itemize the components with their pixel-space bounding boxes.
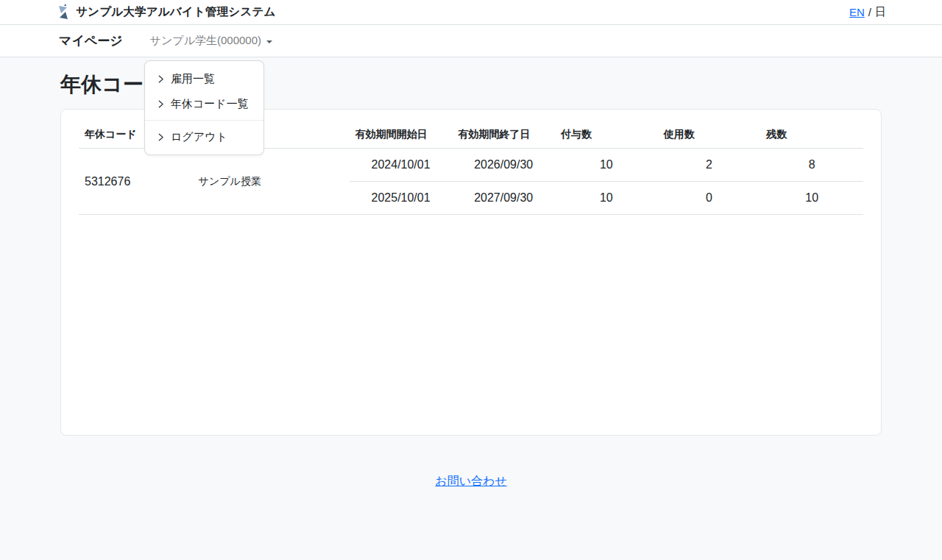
- lang-ja-current: 日: [875, 5, 886, 19]
- class-name-value: サンプル授業: [193, 149, 350, 215]
- menu-item-label: 雇用一覧: [171, 70, 215, 88]
- remaining-count: 8: [760, 149, 863, 182]
- column-header-remaining: 残数: [760, 121, 863, 149]
- menu-item-employment-list[interactable]: 雇用一覧: [145, 66, 263, 91]
- column-header-granted: 付与数: [555, 121, 658, 149]
- menu-item-label: 年休コード一覧: [171, 95, 249, 113]
- chevron-right-icon: [156, 99, 166, 109]
- contact-link[interactable]: お問い合わせ: [435, 475, 507, 487]
- menu-item-label: ログアウト: [171, 128, 227, 146]
- granted-count: 10: [555, 149, 658, 182]
- menu-divider: [145, 120, 263, 121]
- period-end: 2026/09/30: [452, 149, 555, 182]
- period-start: 2024/10/01: [350, 149, 453, 182]
- caret-down-icon: [266, 40, 272, 43]
- top-header: サンプル大学アルバイト管理システム EN / 日: [0, 0, 942, 25]
- app-logo-icon: [56, 4, 71, 21]
- menu-item-logout[interactable]: ログアウト: [145, 124, 263, 149]
- granted-count: 10: [555, 182, 658, 215]
- user-menu-label: サンプル学生(000000): [150, 34, 261, 48]
- language-switcher: EN / 日: [849, 5, 886, 19]
- period-start: 2025/10/01: [350, 182, 453, 215]
- brand: サンプル大学アルバイト管理システム: [56, 4, 276, 21]
- my-page-link[interactable]: マイページ: [59, 32, 123, 49]
- chevron-right-icon: [156, 74, 166, 84]
- user-menu-toggle[interactable]: サンプル学生(000000): [150, 34, 272, 48]
- user-dropdown-menu: 雇用一覧 年休コード一覧 ログアウト: [144, 60, 264, 155]
- chevron-right-icon: [156, 132, 166, 142]
- footer: お問い合わせ: [60, 474, 882, 489]
- leave-code-card: 年休コード 有効期間開始日 有効期間終了日 付与数 使用数 残数 5312676…: [60, 109, 882, 436]
- period-end: 2027/09/30: [452, 182, 555, 215]
- column-header-end: 有効期間終了日: [452, 121, 555, 149]
- main-navbar: マイページ サンプル学生(000000): [0, 25, 942, 57]
- menu-item-leave-code-list[interactable]: 年休コード一覧: [145, 91, 263, 116]
- leave-code-value: 5312676: [79, 149, 193, 215]
- lang-en-link[interactable]: EN: [849, 6, 865, 18]
- lang-separator: /: [868, 6, 871, 18]
- column-header-used: 使用数: [658, 121, 761, 149]
- remaining-count: 10: [760, 182, 863, 215]
- used-count: 2: [658, 149, 761, 182]
- app-title: サンプル大学アルバイト管理システム: [76, 4, 276, 20]
- column-header-start: 有効期間開始日: [350, 121, 453, 149]
- main-content: 年休コード一覧 年休コード 有効期間開始日 有効期間終了日 付与数 使用数: [0, 71, 942, 489]
- used-count: 0: [658, 182, 761, 215]
